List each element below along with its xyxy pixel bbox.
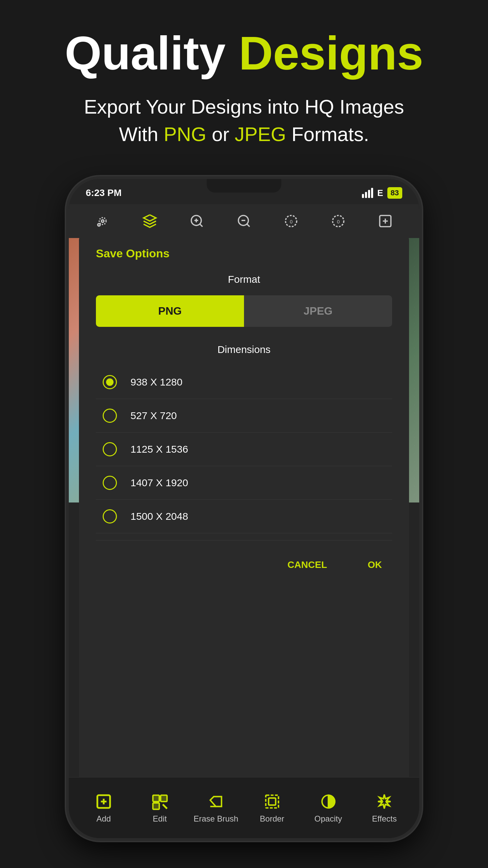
- radio-1: [103, 375, 117, 389]
- edit-icon: [151, 792, 169, 811]
- bottom-nav: Add Edit: [69, 777, 419, 838]
- nav-label-edit: Edit: [153, 814, 167, 824]
- phone-side-btn-left: [66, 308, 69, 349]
- effects-icon: [375, 792, 393, 811]
- dimension-option-1[interactable]: 938 X 1280: [96, 366, 392, 399]
- dimension-value-3: 1125 X 1536: [130, 443, 188, 455]
- select2-icon[interactable]: 0: [328, 211, 348, 231]
- phone-notch: [207, 179, 281, 193]
- layers-icon[interactable]: [93, 211, 113, 231]
- hero-subtitle-png: PNG: [164, 123, 206, 145]
- nav-label-border: Border: [260, 814, 284, 824]
- ok-button[interactable]: OK: [358, 554, 392, 576]
- dialog-title: Save Options: [96, 247, 392, 260]
- svg-rect-21: [161, 795, 167, 802]
- signal-bar-1: [362, 194, 364, 198]
- format-jpeg-button[interactable]: JPEG: [244, 295, 392, 327]
- status-time: 6:23 PM: [86, 188, 122, 198]
- dimension-option-4[interactable]: 1407 X 1920: [96, 466, 392, 500]
- dimension-option-3[interactable]: 1125 X 1536: [96, 433, 392, 466]
- opacity-icon: [319, 792, 338, 811]
- svg-point-0: [101, 220, 104, 222]
- svg-rect-25: [266, 795, 279, 808]
- status-icons: E 83: [362, 187, 402, 199]
- dimension-value-2: 527 X 720: [130, 410, 177, 421]
- select1-icon[interactable]: 0: [281, 211, 301, 231]
- svg-text:0: 0: [337, 219, 340, 224]
- dimensions-label: Dimensions: [96, 344, 392, 355]
- hero-subtitle-with: With: [119, 123, 164, 145]
- nav-label-erase-brush: Erase Brush: [194, 814, 238, 824]
- radio-5: [103, 509, 117, 524]
- svg-rect-22: [153, 803, 159, 809]
- format-buttons: PNG JPEG: [96, 295, 392, 327]
- add-icon: [95, 792, 113, 811]
- network-type: E: [377, 188, 383, 198]
- svg-point-1: [99, 218, 106, 224]
- nav-item-add[interactable]: Add: [76, 792, 132, 824]
- svg-rect-20: [153, 795, 159, 802]
- phone-mockup: 6:23 PM E 83: [66, 176, 422, 841]
- cancel-button[interactable]: CANCEL: [277, 554, 337, 576]
- nav-label-effects: Effects: [372, 814, 397, 824]
- dimension-option-5[interactable]: 1500 X 2048: [96, 500, 392, 533]
- svg-point-2: [98, 223, 100, 226]
- nav-item-erase-brush[interactable]: Erase Brush: [188, 792, 244, 824]
- radio-3: [103, 442, 117, 456]
- svg-rect-26: [268, 798, 276, 805]
- signal-bars: [362, 188, 373, 198]
- svg-line-4: [200, 224, 202, 227]
- zoom-in-icon[interactable]: [187, 211, 207, 231]
- nav-item-edit[interactable]: Edit: [132, 792, 188, 824]
- format-png-button[interactable]: PNG: [96, 295, 244, 327]
- radio-inner-1: [106, 378, 114, 386]
- hero-subtitle-or: or: [206, 123, 235, 145]
- dimension-value-5: 1500 X 2048: [130, 511, 188, 522]
- phone-screen: 6:23 PM E 83: [69, 179, 419, 838]
- app-toolbar: 0 0: [69, 204, 419, 238]
- add-box-icon[interactable]: [375, 211, 395, 231]
- nav-item-opacity[interactable]: Opacity: [300, 792, 357, 824]
- nav-label-add: Add: [96, 814, 111, 824]
- signal-bar-3: [368, 190, 370, 198]
- hero-title-white: Quality: [65, 26, 239, 80]
- dimension-value-1: 938 X 1280: [130, 376, 182, 388]
- phone-outer: 6:23 PM E 83: [66, 176, 422, 841]
- radio-2: [103, 409, 117, 423]
- svg-line-23: [163, 804, 167, 809]
- battery-indicator: 83: [387, 187, 402, 199]
- zoom-out-icon[interactable]: [234, 211, 254, 231]
- hero-subtitle-line1: Export Your Designs into HQ Images: [84, 96, 404, 118]
- hero-title: Quality Designs: [0, 27, 488, 79]
- hero-section: Quality Designs Export Your Designs into…: [0, 0, 488, 161]
- radio-4: [103, 476, 117, 490]
- stack-icon[interactable]: [140, 211, 160, 231]
- nav-item-border[interactable]: Border: [244, 792, 300, 824]
- hero-title-accent: Designs: [239, 26, 423, 80]
- nav-label-opacity: Opacity: [314, 814, 342, 824]
- hero-subtitle-formats: Formats.: [286, 123, 369, 145]
- nav-item-effects[interactable]: Effects: [356, 792, 412, 824]
- hero-subtitle: Export Your Designs into HQ Images With …: [0, 93, 488, 148]
- dialog-actions: CANCEL OK: [96, 540, 392, 576]
- dimension-option-2[interactable]: 527 X 720: [96, 399, 392, 433]
- erase-brush-icon: [207, 792, 225, 811]
- svg-text:0: 0: [290, 219, 292, 224]
- signal-bar-2: [365, 192, 367, 198]
- hero-subtitle-jpeg: JPEG: [235, 123, 286, 145]
- border-icon: [263, 792, 281, 811]
- phone-side-btn-right-top: [419, 288, 422, 318]
- phone-side-btn-right-bottom: [419, 332, 422, 362]
- dimension-value-4: 1407 X 1920: [130, 477, 188, 489]
- save-options-dialog: Save Options Format PNG JPEG Dimensions …: [79, 233, 409, 797]
- format-label: Format: [96, 274, 392, 285]
- signal-bar-4: [371, 188, 373, 198]
- svg-line-8: [247, 224, 250, 227]
